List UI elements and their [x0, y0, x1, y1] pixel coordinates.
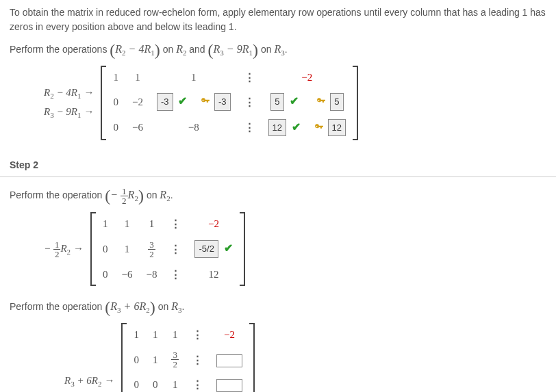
m-cell: 0 [96, 236, 115, 263]
m-cell: 32 [140, 236, 164, 263]
bracket-left [101, 66, 106, 141]
m-cell: 0 [106, 115, 125, 141]
step1-matrix: 1 1 1 ⋮ −2 0 −2 -3 ✔ -3 ⋮ 5 ✔ [106, 66, 353, 141]
m-cell: 32 [164, 346, 186, 373]
perform-text: Perform the operations [10, 44, 110, 55]
aug-sep: ⋮ [164, 212, 188, 236]
step2b-row-ops: R3 + 6R2→ [64, 370, 114, 392]
aug-sep: ⋮ [164, 263, 188, 287]
step2b-perform: Perform the operation (R3 + 6R2) on R3. [10, 298, 546, 316]
answer-cell [210, 346, 249, 373]
ans-box[interactable]: 12 [328, 119, 346, 137]
aug-sep: ⋮ [164, 236, 188, 263]
intro-text: To obtain the matrix in reduced row-eche… [10, 5, 546, 34]
answer-cell: -5/2 ✔ [188, 236, 239, 263]
and-text: and [189, 44, 207, 55]
key-icon [316, 95, 326, 105]
ans-box[interactable]: -3 [214, 93, 231, 111]
check-icon: ✔ [175, 95, 187, 107]
m-cell: 0 [106, 89, 125, 115]
check-icon: ✔ [289, 121, 301, 133]
key-icon [201, 95, 210, 105]
m-aug: −2 [210, 323, 249, 347]
m-cell: 0 [96, 263, 115, 287]
op-expr: (R3 + 6R2) [105, 300, 157, 312]
step2-header: Step 2 [0, 154, 556, 177]
step2b-matrix: 1 1 1 ⋮ −2 0 1 32 ⋮ 0 0 1 ⋮ [127, 323, 249, 392]
step2b-matrix-block: R3 + 6R2→ 1 1 1 ⋮ −2 0 1 32 ⋮ 0 0 1 ⋮ [64, 323, 546, 392]
op2-expr: (R3 − 9R1) [208, 43, 261, 55]
aug-sep: ⋮ [238, 89, 262, 115]
m-cell: 1 [140, 212, 164, 236]
aug-sep: ⋮ [186, 373, 210, 392]
m-cell: 1 [164, 373, 186, 392]
answer-cell: 5 ✔ [262, 89, 307, 115]
op-expr: (− 12R2) [105, 189, 147, 200]
check-icon: ✔ [287, 95, 299, 107]
ans-box[interactable]: -5/2 [194, 240, 218, 258]
check-icon: ✔ [221, 242, 233, 254]
m-cell: 1 [125, 66, 150, 90]
m-cell: 1 [164, 323, 186, 347]
step2a-perform: Perform the operation (− 12R2) on R2. [10, 187, 546, 205]
bracket-right [240, 212, 245, 286]
m-cell: 1 [150, 66, 238, 90]
answer-input[interactable] [216, 379, 242, 392]
perform-text: Perform the operation [10, 190, 105, 200]
step1-row-ops: R2 − 4R1→ R3 − 9R1→ [44, 82, 94, 124]
answer-cell: -3 ✔ [150, 89, 194, 115]
mid-text: on [158, 301, 171, 312]
m-cell: −6 [115, 263, 140, 287]
step1-matrix-block: R2 − 4R1→ R3 − 9R1→ 1 1 1 ⋮ −2 0 −2 -3 ✔… [44, 66, 546, 141]
aug-sep: ⋮ [186, 323, 210, 347]
m-cell: −2 [125, 89, 150, 115]
key-cell: -3 [194, 89, 237, 115]
tail-dot: . [170, 190, 173, 200]
m-cell: 0 [127, 346, 146, 373]
on-r: R2 [160, 189, 170, 200]
key-cell: 5 [307, 89, 353, 115]
m-cell: 1 [115, 236, 140, 263]
m-cell: 0 [146, 373, 165, 392]
aug-sep: ⋮ [186, 346, 210, 373]
m-aug: 12 [188, 263, 239, 287]
ans-box[interactable]: 12 [268, 119, 286, 137]
key-cell: 12 [307, 115, 353, 141]
m-aug: −2 [262, 66, 353, 90]
on-r2: R2 [176, 43, 186, 55]
aug-sep: ⋮ [238, 66, 262, 90]
mid2-text: on [261, 44, 274, 55]
ans-box[interactable]: 5 [270, 93, 284, 111]
answer-cell: 12 ✔ [262, 115, 307, 141]
bracket-right [353, 66, 358, 141]
step2a-row-ops: − 12R2→ [44, 237, 84, 261]
on-r: R3 [171, 300, 181, 312]
bracket-left [90, 212, 96, 286]
m-cell: 0 [127, 373, 146, 392]
answer-input[interactable] [216, 354, 242, 367]
m-cell: −8 [150, 115, 238, 141]
tail-dot: . [181, 301, 184, 312]
m-cell: −6 [125, 115, 150, 141]
bracket-right [249, 323, 255, 392]
m-cell: 1 [127, 323, 146, 347]
m-cell: 1 [96, 212, 115, 236]
step2a-matrix-block: − 12R2→ 1 1 1 ⋮ −2 0 1 32 ⋮ -5/2 ✔ 0 −6 [44, 212, 546, 286]
step2a-matrix: 1 1 1 ⋮ −2 0 1 32 ⋮ -5/2 ✔ 0 −6 −8 ⋮ 12 [96, 212, 240, 286]
mid-text: on [147, 190, 160, 200]
m-cell: 1 [115, 212, 140, 236]
bracket-left [121, 323, 127, 392]
ans-box[interactable]: -3 [157, 93, 173, 111]
ans-box[interactable]: 5 [330, 93, 344, 111]
step1-perform: Perform the operations (R2 − 4R1) on R2 … [10, 41, 546, 59]
aug-sep: ⋮ [238, 115, 262, 141]
m-cell: 1 [146, 346, 165, 373]
answer-cell [210, 373, 249, 392]
op1-expr: (R2 − 4R1) [110, 43, 162, 55]
m-cell: −8 [140, 263, 164, 287]
perform-text: Perform the operation [10, 301, 105, 312]
m-aug: −2 [188, 212, 239, 236]
mid-text: on [163, 44, 176, 55]
on-r3: R3 [274, 43, 284, 55]
m-cell: 1 [106, 66, 125, 90]
